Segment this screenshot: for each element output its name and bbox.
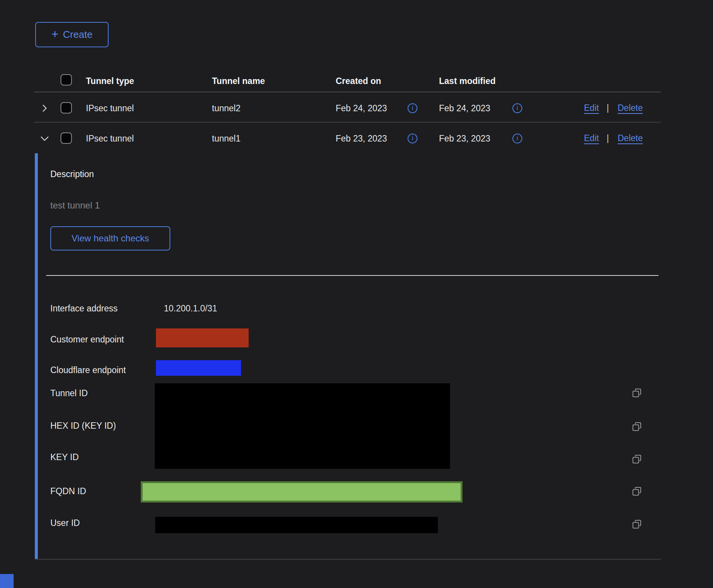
header-divider (34, 92, 661, 92)
expanded-row-accent-bar (35, 153, 38, 559)
row1-expand-chevron-right-icon[interactable] (40, 104, 49, 114)
row2-checkbox[interactable] (61, 132, 72, 144)
row1-delete-link[interactable]: Delete (618, 103, 643, 113)
plus-icon: + (51, 28, 59, 40)
key-id-copy-icon[interactable] (631, 453, 643, 465)
row2-tunnel-type: IPsec tunnel (86, 133, 134, 144)
row2-edit-link[interactable]: Edit (584, 133, 599, 143)
header-tunnel-type: Tunnel type (86, 76, 134, 86)
select-all-checkbox[interactable] (61, 74, 72, 86)
section-divider (46, 275, 659, 276)
create-button[interactable]: + Create (35, 22, 109, 47)
fqdn-id-label: FQDN ID (50, 486, 86, 496)
key-id-label: KEY ID (50, 452, 79, 462)
row2-action-separator: | (607, 133, 609, 143)
tunnel-id-copy-icon[interactable] (631, 387, 643, 398)
header-created-on: Created on (336, 76, 381, 86)
fqdn-id-copy-icon[interactable] (631, 485, 643, 497)
cloudflare-endpoint-label: Cloudflare endpoint (50, 365, 126, 375)
fqdn-id-redacted-value (141, 481, 462, 502)
row1-action-separator: | (607, 103, 609, 113)
hex-id-copy-icon[interactable] (631, 421, 643, 432)
ids-redacted-value (155, 383, 450, 469)
description-label: Description (50, 169, 94, 179)
customer-endpoint-redacted-value (156, 328, 249, 347)
tunnels-page: + Create Tunnel type Tunnel name Created… (0, 0, 713, 588)
user-id-redacted-value (155, 517, 438, 533)
row-divider (34, 122, 661, 123)
user-id-label: User ID (50, 518, 80, 528)
row2-modified-info-icon[interactable]: i (512, 134, 522, 143)
row2-collapse-chevron-down-icon[interactable] (40, 134, 50, 145)
row2-last-modified: Feb 23, 2023 (439, 133, 490, 144)
row1-tunnel-name: tunnel2 (212, 103, 240, 114)
row2-created-on: Feb 23, 2023 (336, 133, 387, 144)
view-health-checks-button[interactable]: View health checks (50, 226, 170, 250)
row1-modified-info-icon[interactable]: i (512, 103, 522, 113)
header-last-modified: Last modified (439, 76, 496, 86)
table-bottom-divider (35, 559, 661, 560)
cloudflare-endpoint-redacted-value (156, 360, 241, 376)
corner-indicator (0, 574, 14, 588)
row2-tunnel-name: tunnel1 (212, 133, 240, 144)
row1-checkbox[interactable] (61, 102, 72, 114)
row1-tunnel-type: IPsec tunnel (86, 103, 134, 114)
row1-created-info-icon[interactable]: i (408, 103, 417, 113)
row2-delete-link[interactable]: Delete (618, 133, 643, 143)
user-id-copy-icon[interactable] (631, 518, 643, 530)
row1-created-on: Feb 24, 2023 (336, 103, 387, 114)
header-tunnel-name: Tunnel name (212, 76, 265, 86)
row1-edit-link[interactable]: Edit (584, 103, 599, 113)
interface-address-value: 10.200.1.0/31 (164, 303, 217, 314)
hex-id-label: HEX ID (KEY ID) (50, 420, 116, 431)
row2-created-info-icon[interactable]: i (408, 134, 417, 143)
customer-endpoint-label: Customer endpoint (50, 334, 124, 345)
row1-last-modified: Feb 24, 2023 (439, 103, 490, 114)
create-button-label: Create (63, 29, 92, 40)
description-value: test tunnel 1 (50, 200, 100, 211)
view-health-checks-label: View health checks (72, 233, 149, 244)
tunnel-id-label: Tunnel ID (50, 388, 88, 398)
interface-address-label: Interface address (50, 303, 118, 314)
